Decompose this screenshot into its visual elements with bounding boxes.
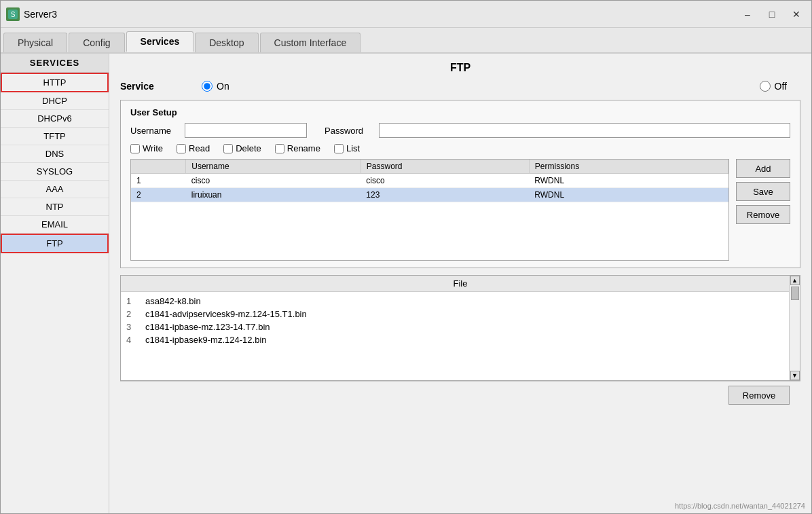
file-scrollbar[interactable]: ▲ ▼ xyxy=(789,276,800,380)
main-content: SERVICES HTTP DHCP DHCPv6 TFTP DNS SYSLO… xyxy=(1,54,811,513)
sidebar-item-email[interactable]: EMAIL xyxy=(1,216,109,234)
user-setup-title: User Setup xyxy=(130,107,790,117)
radio-on-input[interactable] xyxy=(202,81,213,92)
user-setup-box: User Setup Username Password Write xyxy=(120,100,800,268)
tab-bar: Physical Config Services Desktop Custom … xyxy=(1,28,811,54)
window-controls: – □ ✕ xyxy=(738,6,806,22)
file-name-1: asa842-k8.bin xyxy=(145,296,201,306)
minimize-button[interactable]: – xyxy=(738,6,757,22)
tab-custom-interface[interactable]: Custom Interface xyxy=(260,33,361,52)
sidebar-scroll[interactable]: HTTP DHCP DHCPv6 TFTP DNS SYSLOG AAA NTP… xyxy=(1,73,109,513)
checkbox-row: Write Read Delete Rename xyxy=(130,143,790,153)
checkbox-delete-label: Delete xyxy=(236,143,261,153)
checkbox-write-input[interactable] xyxy=(130,144,140,153)
user-table-section: Username Password Permissions 1 cisco ci… xyxy=(130,159,790,261)
col-permissions: Permissions xyxy=(529,160,728,174)
sidebar-header: SERVICES xyxy=(1,54,109,73)
checkbox-read[interactable]: Read xyxy=(177,143,210,153)
password-label: Password xyxy=(325,126,372,136)
table-row[interactable]: 2 liruixuan 123 RWDNL xyxy=(131,188,728,202)
remove-user-button[interactable]: Remove xyxy=(736,205,790,224)
main-window: S Server3 – □ ✕ Physical Config Services… xyxy=(0,0,812,514)
svg-text:S: S xyxy=(11,11,16,18)
list-item: 1 asa842-k8.bin xyxy=(126,295,794,308)
save-button[interactable]: Save xyxy=(736,182,790,201)
radio-off-input[interactable] xyxy=(760,81,771,92)
list-item: 3 c1841-ipbase-mz.123-14.T7.bin xyxy=(126,320,794,333)
sidebar-item-aaa[interactable]: AAA xyxy=(1,181,109,198)
sidebar-item-dhcpv6[interactable]: DHCPv6 xyxy=(1,110,109,128)
row2-password: 123 xyxy=(361,188,529,202)
watermark: https://blog.csdn.net/wantan_44021274 xyxy=(675,502,805,510)
row1-permissions: RWDNL xyxy=(529,174,728,188)
maximize-button[interactable]: □ xyxy=(762,6,781,22)
title-bar: S Server3 – □ ✕ xyxy=(1,1,811,28)
file-name-3: c1841-ipbase-mz.123-14.T7.bin xyxy=(145,322,270,332)
tab-config[interactable]: Config xyxy=(69,33,124,52)
row2-num: 2 xyxy=(131,188,186,202)
username-input[interactable] xyxy=(185,123,307,138)
checkbox-delete-input[interactable] xyxy=(223,144,233,153)
content-title: FTP xyxy=(120,62,800,74)
checkbox-write[interactable]: Write xyxy=(130,143,163,153)
file-list: 1 asa842-k8.bin 2 c1841-advipservicesk9-… xyxy=(121,292,800,380)
service-label: Service xyxy=(120,81,174,92)
content-area: FTP Service On Off User Setup xyxy=(109,54,811,513)
sidebar-item-syslog[interactable]: SYSLOG xyxy=(1,163,109,181)
radio-off-option[interactable]: Off xyxy=(760,81,787,92)
scrollbar-up-arrow[interactable]: ▲ xyxy=(790,276,800,285)
row1-password: cisco xyxy=(361,174,529,188)
col-num xyxy=(131,160,186,174)
row2-permissions: RWDNL xyxy=(529,188,728,202)
checkbox-rename-label: Rename xyxy=(287,143,320,153)
list-item: 2 c1841-advipservicesk9-mz.124-15.T1.bin xyxy=(126,308,794,320)
radio-group: On Off xyxy=(202,81,800,92)
file-num-3: 3 xyxy=(126,322,137,332)
scrollbar-down-arrow[interactable]: ▼ xyxy=(790,371,800,380)
sidebar-item-ftp[interactable]: FTP xyxy=(1,234,109,253)
checkbox-rename-input[interactable] xyxy=(275,144,284,153)
checkbox-list-label: List xyxy=(346,143,360,153)
col-password: Password xyxy=(361,160,529,174)
row2-username: liruixuan xyxy=(186,188,361,202)
file-section-wrapper: File 1 asa842-k8.bin 2 c1841-advipservic… xyxy=(120,275,800,381)
password-input[interactable] xyxy=(379,123,790,138)
tab-services[interactable]: Services xyxy=(126,31,194,52)
file-name-2: c1841-advipservicesk9-mz.124-15.T1.bin xyxy=(145,309,307,319)
sidebar-item-dns[interactable]: DNS xyxy=(1,145,109,163)
username-label: Username xyxy=(130,126,178,136)
file-num-4: 4 xyxy=(126,335,137,345)
radio-off-label: Off xyxy=(775,81,787,92)
sidebar-item-tftp[interactable]: TFTP xyxy=(1,128,109,145)
sidebar-item-ntp[interactable]: NTP xyxy=(1,198,109,216)
checkbox-read-input[interactable] xyxy=(177,144,186,153)
row1-num: 1 xyxy=(131,174,186,188)
user-table-wrapper: Username Password Permissions 1 cisco ci… xyxy=(130,159,729,261)
app-icon: S xyxy=(6,7,20,21)
checkbox-rename[interactable]: Rename xyxy=(275,143,320,153)
file-name-4: c1841-ipbasek9-mz.124-12.bin xyxy=(145,335,267,345)
service-row: Service On Off xyxy=(120,81,800,92)
list-item: 4 c1841-ipbasek9-mz.124-12.bin xyxy=(126,333,794,346)
tab-physical[interactable]: Physical xyxy=(3,33,67,52)
remove-file-button[interactable]: Remove xyxy=(728,386,790,405)
sidebar-item-http[interactable]: HTTP xyxy=(1,73,109,92)
file-num-2: 2 xyxy=(126,309,137,319)
checkbox-delete[interactable]: Delete xyxy=(223,143,261,153)
checkbox-list-input[interactable] xyxy=(334,144,344,153)
checkbox-list[interactable]: List xyxy=(334,143,360,153)
close-button[interactable]: ✕ xyxy=(787,6,806,22)
scrollbar-thumb[interactable] xyxy=(791,287,799,300)
add-button[interactable]: Add xyxy=(736,159,790,178)
bottom-bar: Remove xyxy=(120,381,800,409)
row1-username: cisco xyxy=(186,174,361,188)
user-table: Username Password Permissions 1 cisco ci… xyxy=(131,160,728,202)
checkbox-write-label: Write xyxy=(143,143,163,153)
radio-on-option[interactable]: On xyxy=(202,81,229,92)
table-buttons: Add Save Remove xyxy=(736,159,790,261)
tab-desktop[interactable]: Desktop xyxy=(195,33,258,52)
sidebar-item-dhcp[interactable]: DHCP xyxy=(1,92,109,110)
file-section: File 1 asa842-k8.bin 2 c1841-advipservic… xyxy=(120,275,800,381)
col-username: Username xyxy=(186,160,361,174)
table-row[interactable]: 1 cisco cisco RWDNL xyxy=(131,174,728,188)
